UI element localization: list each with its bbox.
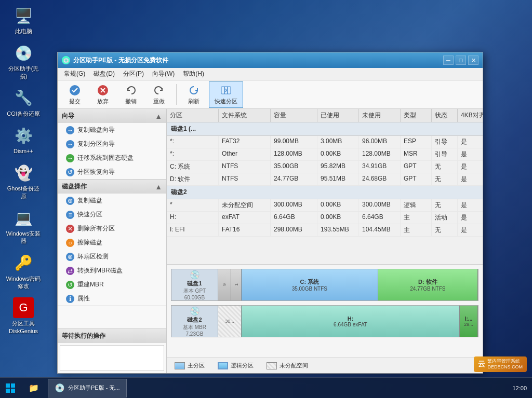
refresh-button[interactable]: 刷新 — [181, 81, 207, 108]
disk1-part-software[interactable]: D: 软件 24.77GB NTFS — [378, 269, 478, 300]
close-button[interactable]: ✕ — [468, 56, 478, 65]
cell-4kb: 是 — [458, 136, 483, 148]
disk1-label-box: 💿 磁盘1 基本 GPT 60.00GB — [171, 269, 218, 300]
desktop-icon-windows-pwd[interactable]: 🔑 Windows密码修改 — [5, 253, 42, 290]
sidebar-item-recovery[interactable]: ↺ 分区恢复向导 — [58, 165, 166, 179]
app-icon: 💿 — [62, 56, 70, 64]
copy-disk-label: 复制磁盘向导 — [77, 126, 115, 134]
disk2-partitions: 30... H: 6.64GB exFAT I:... 29... — [218, 306, 478, 337]
sidebar-item-properties[interactable]: ℹ 属性 — [58, 292, 166, 306]
disk-visual-area: 💿 磁盘1 基本 GPT 60.00GB 9 1 — [167, 264, 483, 358]
menu-wizard[interactable]: 向导(W) — [148, 68, 179, 79]
partition-icon: 💿 — [13, 43, 34, 63]
table-row[interactable]: D: 软件 NTFS 24.77GB 95.51MB 24.68GB GPT 无… — [167, 173, 483, 186]
cell-type: GPT — [401, 173, 432, 185]
cell-partition: *: — [167, 148, 219, 160]
svg-rect-2 — [221, 87, 231, 94]
table-row[interactable]: C: 系统 NTFS 35.00GB 95.82MB 34.91GB GPT 无… — [167, 161, 483, 173]
disk1-system-size: 35.00GB NTFS — [292, 286, 327, 292]
watermark-text2: DEDECNS.COM — [487, 364, 523, 370]
sidebar-item-copy-partition[interactable]: → 复制分区向导 — [58, 137, 166, 151]
title-bar-buttons: ─ □ ✕ — [443, 56, 478, 65]
menu-regular[interactable]: 常规(G) — [60, 68, 89, 79]
windows-pwd-label: Windows密码修改 — [5, 275, 42, 290]
start-button[interactable] — [0, 378, 21, 399]
disk2-exfat-name: H: — [348, 315, 354, 322]
disk2-part-unalloc[interactable]: 30... — [218, 306, 242, 337]
col-capacity: 容量 — [271, 109, 317, 122]
cell-capacity: 128.00MB — [271, 148, 317, 160]
disk1-partitions: 9 1 C: 系统 35.00GB NTFS — [218, 269, 478, 300]
taskbar-app-item[interactable]: 💿 分区助手PE版 - 无... — [48, 379, 127, 397]
copy-disk2-icon: ⊕ — [66, 197, 74, 205]
disk1-part-system[interactable]: C: 系统 35.00GB NTFS — [242, 269, 378, 300]
cell-unused: 300.00MB — [359, 199, 401, 211]
sidebar-item-wipe-disk[interactable]: ○ 擦除磁盘 — [58, 236, 166, 250]
taskbar-pinned-explorer[interactable]: 📁 — [22, 379, 46, 397]
wizard-header[interactable]: 向导 ▲ — [58, 109, 166, 123]
sidebar-item-copy-disk2[interactable]: ⊕ 复制磁盘 — [58, 194, 166, 208]
this-pc-label: 此电脑 — [15, 28, 32, 35]
table-row[interactable]: H: exFAT 6.64GB 0.00KB 6.64GB 主 活动 是 — [167, 212, 483, 224]
table-row[interactable]: * 未分配空间 300.00MB 0.00KB 300.00MB 逻辑 无 是 — [167, 199, 483, 212]
sidebar-item-delete-all[interactable]: ✕ 删除所有分区 — [58, 222, 166, 236]
quick-partition-button[interactable]: 快速分区 — [209, 81, 243, 108]
disk2-icon: 💿 — [190, 306, 200, 316]
disk1-msr-label: 1 — [234, 283, 239, 286]
refresh-icon — [188, 84, 200, 97]
migrate-ssd-label: 迁移系统到固态硬盘 — [77, 154, 134, 162]
diskgenius-icon: G — [13, 297, 34, 318]
toolbar-separator — [176, 84, 177, 105]
taskbar: 📁 💿 分区助手PE版 - 无... 12:00 — [0, 377, 532, 398]
disk1-part-msr[interactable]: 1 — [231, 269, 242, 300]
sidebar-item-migrate-ssd[interactable]: → 迁移系统到固态硬盘 — [58, 151, 166, 165]
table-row[interactable]: I: EFI FAT16 298.00MB 193.55MB 104.45MB … — [167, 224, 483, 237]
sidebar-item-bad-sector[interactable]: ⊗ 坏扇区检测 — [58, 250, 166, 264]
menu-partition[interactable]: 分区(P) — [119, 68, 148, 79]
desktop-icon-cgi[interactable]: 🔧 CGI备份还原 — [5, 88, 42, 117]
quick-partition-label: 快速分区 — [215, 98, 237, 105]
minimize-button[interactable]: ─ — [443, 56, 454, 65]
desktop-icon-this-pc[interactable]: 🖥️ 此电脑 — [5, 5, 42, 35]
disk2-part-efi[interactable]: I:... 29... — [460, 306, 478, 337]
sidebar-item-rebuild-mbr[interactable]: ↺ 重建MBR — [58, 278, 166, 292]
right-panel: 分区 文件系统 容量 已使用 未使用 类型 状态 4KB对齐 磁盘1 (... — [167, 109, 483, 373]
legend-logical-label: 逻辑分区 — [231, 362, 254, 369]
sidebar-item-convert-mbr[interactable]: ⇄ 转换到MBR磁盘 — [58, 264, 166, 278]
cell-partition: *: — [167, 136, 219, 148]
table-row[interactable]: *: FAT32 99.00MB 3.00MB 96.00MB ESP 引导 是 — [167, 136, 483, 148]
menu-disk[interactable]: 磁盘(D) — [89, 68, 119, 79]
maximize-button[interactable]: □ — [456, 56, 466, 65]
disk1-part-esp[interactable]: 9 — [218, 269, 231, 300]
desktop-icon-ghost[interactable]: 👻 Ghost备份还原 — [5, 162, 42, 200]
submit-icon — [69, 84, 81, 97]
desktop-icon-diskgenius[interactable]: G 分区工具DiskGenius — [5, 297, 42, 335]
disk1-group-header: 磁盘1 (... — [167, 122, 483, 136]
discard-button[interactable]: 放弃 — [90, 81, 116, 108]
cell-type: GPT — [401, 161, 432, 173]
sidebar-item-copy-disk[interactable]: → 复制磁盘向导 — [58, 123, 166, 137]
dism-icon: ⚙️ — [13, 125, 34, 146]
redo-button[interactable]: 重做 — [146, 81, 172, 108]
col-unused: 未使用 — [359, 109, 401, 122]
desktop-icon-dism[interactable]: ⚙️ Dism++ — [5, 125, 42, 155]
quick-partition-icon — [220, 84, 232, 97]
table-row[interactable]: *: Other 128.00MB 0.00KB 128.00MB MSR 引导… — [167, 148, 483, 161]
menu-help[interactable]: 帮助(H) — [179, 68, 208, 79]
undo-button[interactable]: 撤销 — [118, 81, 144, 108]
desktop-icon-windows-installer[interactable]: 💻 Windows安装器 — [5, 208, 42, 245]
disk-ops-header[interactable]: 磁盘操作 ▲ — [58, 180, 166, 194]
rebuild-mbr-label: 重建MBR — [77, 280, 104, 289]
cell-fs: NTFS — [219, 161, 271, 173]
title-bar: 💿 分区助手PE版 - 无损分区免费软件 ─ □ ✕ — [58, 52, 483, 68]
legend-logical-color — [218, 362, 228, 369]
disk2-part-exfat[interactable]: H: 6.64GB exFAT — [242, 306, 460, 337]
desktop-icon-partition[interactable]: 💿 分区助手(无损) — [5, 43, 42, 80]
pending-section: 等待执行的操作 — [58, 328, 166, 373]
properties-label: 属性 — [77, 294, 90, 303]
submit-button[interactable]: 提交 — [62, 81, 88, 108]
legend-unallocated-label: 未分配空间 — [280, 362, 308, 369]
sidebar-item-quick-partition[interactable]: ≡ 快速分区 — [58, 208, 166, 222]
cell-status: 引导 — [432, 148, 458, 160]
cell-unused: 96.00MB — [359, 136, 401, 148]
